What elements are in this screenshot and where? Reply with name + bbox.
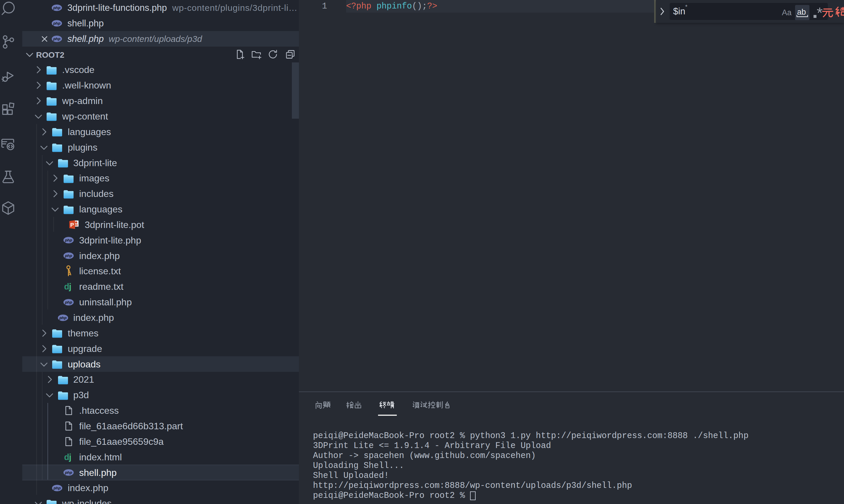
- svg-text:php: php: [65, 253, 72, 258]
- svg-text:php: php: [53, 486, 61, 490]
- svg-text:php: php: [59, 316, 67, 320]
- svg-text:php: php: [65, 300, 72, 304]
- svg-text:php: php: [53, 37, 61, 41]
- svg-text:P: P: [70, 222, 74, 228]
- svg-text:php: php: [65, 238, 72, 242]
- svg-text:php: php: [65, 470, 72, 475]
- svg-text:php: php: [53, 21, 61, 25]
- svg-text:php: php: [53, 5, 61, 10]
